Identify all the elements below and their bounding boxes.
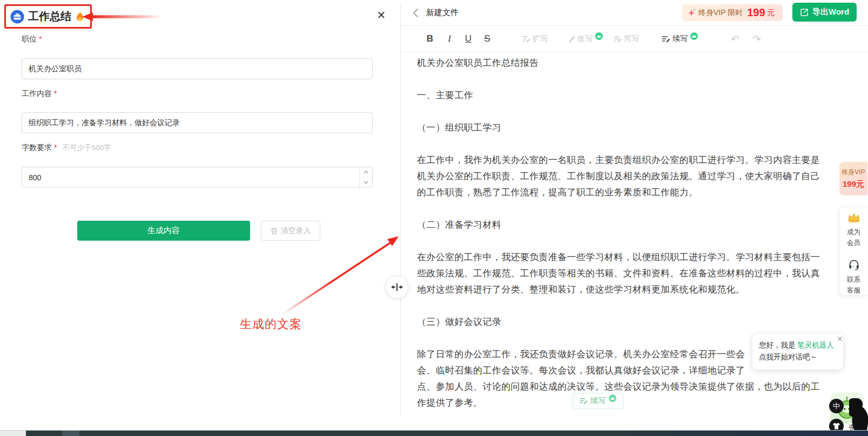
vip-crown-badge bbox=[690, 32, 698, 40]
gold-crown-icon bbox=[847, 213, 860, 222]
export-doc-icon bbox=[800, 8, 809, 17]
position-field-label: 职位* bbox=[22, 35, 42, 44]
required-asterisk: * bbox=[54, 89, 57, 98]
vip-pill-unit: 元 bbox=[768, 8, 775, 18]
doc-line: 地对这些资料进行了分类、整理和装订，使这些学习材料更加系统化和规范化。 bbox=[417, 282, 822, 298]
chatbot-greeting-bubble[interactable]: 您好，我是 笔灵机器人 点我开始对话吧～ bbox=[752, 333, 843, 370]
required-asterisk: * bbox=[54, 143, 57, 152]
tshirt-icon bbox=[832, 423, 840, 430]
stepper-down-button[interactable] bbox=[360, 177, 372, 187]
resize-arrows-icon bbox=[391, 283, 403, 291]
rewrite-label: 改写 bbox=[577, 34, 593, 44]
wordcount-input[interactable] bbox=[22, 167, 373, 188]
doc-subheading-1: （一）组织职工学习 bbox=[417, 120, 822, 136]
doc-subheading-2: （二）准备学习材料 bbox=[417, 217, 822, 233]
doc-line: 在办公室的工作中，我还要负责准备一些学习材料，以便组织职工进行学习。学习材料主要… bbox=[417, 249, 822, 265]
pen-lines-icon bbox=[662, 35, 670, 43]
doc-paragraph-2: 在办公室的工作中，我还要负责准备一些学习材料，以便组织职工进行学习。学习材料主要… bbox=[417, 249, 822, 298]
chatbot-name-link[interactable]: 笔灵机器人 bbox=[797, 341, 834, 349]
back-button[interactable] bbox=[413, 8, 419, 18]
doc-line: 在工作中，我作为机关办公室的一名职员，主要负责组织办公室的职工进行学习。学习内容… bbox=[417, 152, 822, 168]
doc-report-title: 机关办公室职员工作总结报告 bbox=[417, 55, 822, 71]
document-title: 新建文件 bbox=[426, 8, 459, 18]
chevron-left-icon bbox=[413, 8, 419, 18]
expand-writing-button[interactable]: 扩写 bbox=[522, 34, 548, 44]
headset-icon bbox=[848, 259, 860, 271]
taskbar-segment-mid bbox=[62, 431, 79, 436]
underline-button[interactable]: U bbox=[462, 33, 475, 44]
wordcount-hint: 不可少于500字 bbox=[62, 144, 111, 152]
become-member-label-1: 成为 bbox=[847, 227, 860, 237]
pen-lines-icon bbox=[580, 397, 588, 405]
sparkle-icon bbox=[688, 8, 696, 18]
continue-writing-button[interactable]: 续写 bbox=[662, 34, 698, 44]
wordcount-field-label: 字数要求*不可少于500字 bbox=[22, 143, 111, 153]
doc-line: 的工作职责，熟悉了工作流程，提高了职工的业务素质和工作能力。 bbox=[417, 185, 822, 201]
content-label-text: 工作内容 bbox=[22, 89, 52, 98]
doc-subheading-3: （三）做好会议记录 bbox=[417, 314, 822, 330]
floating-continue-label: 续写 bbox=[590, 396, 605, 406]
taskbar-segment-light bbox=[0, 431, 26, 436]
annotation-arrow-to-title bbox=[82, 11, 164, 22]
contact-support-button[interactable]: 联系 客服 bbox=[847, 259, 860, 296]
format-toolbar: B I U S 扩写 改写 简写 续写 ↶ ↷ bbox=[401, 26, 868, 52]
chat-invite-line: 点我开始对话吧～ bbox=[759, 351, 837, 363]
annotation-generated-copy: 生成的文案 bbox=[240, 316, 302, 332]
export-word-button[interactable]: 导出Word bbox=[792, 3, 857, 22]
taskbar-edge bbox=[0, 430, 868, 436]
undo-button[interactable]: ↶ bbox=[728, 33, 742, 45]
rewrite-button[interactable]: 改写 bbox=[567, 34, 603, 44]
vip-crown-badge bbox=[595, 32, 603, 40]
expand-label: 扩写 bbox=[533, 34, 548, 44]
become-member-label-2: 会员 bbox=[847, 237, 860, 248]
bold-button[interactable]: B bbox=[423, 33, 436, 44]
vip-crown-badge bbox=[609, 394, 616, 402]
ime-language-indicator[interactable]: 中 bbox=[829, 399, 844, 413]
continue-label: 续写 bbox=[672, 34, 688, 44]
doc-line: 些政策法规、工作规范、工作职责等相关的书籍、文件和资料。在准备这些材料的过程中，… bbox=[417, 265, 822, 282]
position-input[interactable] bbox=[22, 58, 373, 79]
italic-button[interactable]: I bbox=[443, 33, 456, 44]
sidebar-vip-label: 终身VIP bbox=[842, 168, 865, 177]
position-label-text: 职位 bbox=[22, 35, 37, 43]
close-panel-button[interactable]: ✕ bbox=[374, 8, 389, 23]
vip-pill-price: 199 bbox=[747, 6, 765, 19]
annotation-arrow-to-document bbox=[270, 229, 411, 318]
contact-support-label-2: 客服 bbox=[847, 285, 860, 296]
doc-line: 机关办公室的工作职责、工作规范、工作制度以及相关的政策法规。通过学习，使大家明确… bbox=[417, 168, 822, 185]
vip-pill-text: 终身VIP 限时 bbox=[698, 8, 743, 18]
brush-icon bbox=[567, 35, 575, 43]
doc-heading-1: 一、主要工作 bbox=[417, 87, 822, 104]
ime-char: 中 bbox=[833, 401, 840, 411]
toolbox-icon bbox=[10, 10, 24, 24]
generator-panel: 工作总结 ✕ 职位* 工作内容* 字数要求*不可少于500字 生成内容 清空录入… bbox=[0, 0, 401, 430]
vip-promo-pill[interactable]: 终身VIP 限时 199 元 bbox=[682, 4, 783, 21]
pen-lines-icon bbox=[522, 35, 530, 43]
required-asterisk: * bbox=[39, 35, 42, 43]
stepper-up-button[interactable] bbox=[360, 167, 372, 177]
contact-support-label-1: 联系 bbox=[847, 274, 860, 285]
wordcount-label-text: 字数要求 bbox=[22, 143, 52, 152]
doc-paragraph-1: 在工作中，我作为机关办公室的一名职员，主要负责组织办公室的职工进行学习。学习内容… bbox=[417, 152, 822, 201]
shorten-button[interactable]: 简写 bbox=[614, 34, 639, 44]
strikethrough-button[interactable]: S bbox=[481, 33, 494, 44]
shorten-label: 简写 bbox=[624, 34, 639, 44]
generate-content-button[interactable]: 生成内容 bbox=[77, 221, 250, 241]
content-field-label: 工作内容* bbox=[22, 89, 57, 99]
export-button-label: 导出Word bbox=[812, 7, 849, 17]
become-member-button[interactable]: 成为 会员 bbox=[847, 207, 860, 248]
redo-button[interactable]: ↷ bbox=[750, 33, 764, 45]
editor-header: 新建文件 终身VIP 限时 199 元 导出Word bbox=[401, 0, 868, 26]
panel-title-highlight-box: 工作总结 bbox=[4, 4, 92, 29]
pen-lines-icon bbox=[614, 35, 622, 43]
sidebar-vip-badge[interactable]: 终身VIP 199元 bbox=[839, 162, 867, 195]
chat-greeting: 您好，我是 bbox=[759, 341, 796, 349]
chat-close-icon[interactable]: ✕ bbox=[837, 335, 843, 343]
panel-title: 工作总结 bbox=[28, 9, 71, 24]
work-content-input[interactable] bbox=[22, 112, 373, 133]
panel-resize-handle[interactable] bbox=[386, 276, 408, 298]
floating-continue-button[interactable]: 续写 bbox=[573, 393, 623, 409]
sidebar-actions-card: 成为 会员 联系 客服 bbox=[839, 207, 867, 296]
sidebar-vip-price: 199元 bbox=[843, 179, 864, 189]
wordcount-stepper bbox=[359, 167, 372, 187]
